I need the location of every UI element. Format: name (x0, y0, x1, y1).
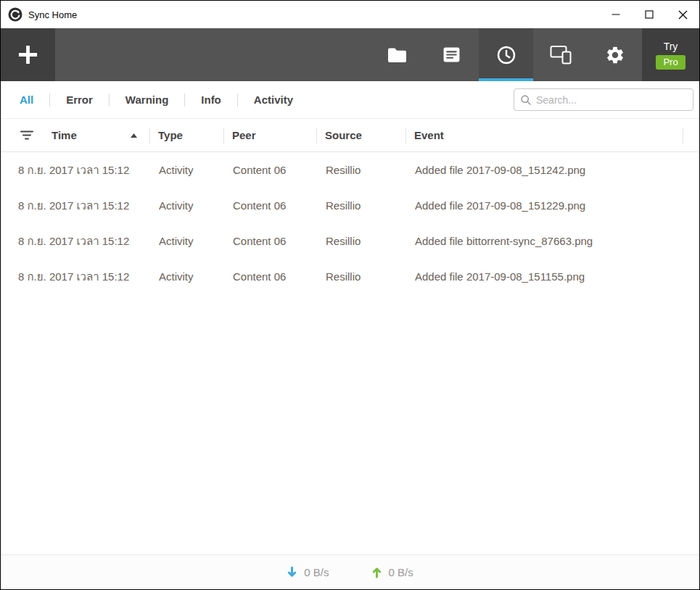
sort-ascending-icon (131, 133, 137, 138)
toolbar-spacer (55, 28, 370, 81)
maximize-icon (645, 10, 654, 19)
folder-icon (387, 47, 407, 63)
status-bar: 0 B/s 0 B/s (1, 554, 699, 589)
cell-peer: Content 06 (223, 235, 316, 247)
minimize-icon (612, 10, 620, 19)
download-arrow-icon (287, 566, 297, 578)
tab-info[interactable]: Info (185, 81, 237, 119)
cell-time: 8 ก.ย. 2017 เวลา 15:12 (1, 197, 149, 215)
column-header-event[interactable]: Event (405, 119, 683, 151)
column-header-source[interactable]: Source (316, 119, 405, 151)
app-window: Sync Home (0, 0, 700, 590)
try-pro-button[interactable]: Try Pro (642, 28, 699, 81)
search-input[interactable] (536, 94, 686, 106)
history-clock-icon (496, 45, 516, 65)
filter-icon (20, 130, 33, 140)
cell-source: Resillio (316, 164, 405, 176)
column-label-event: Event (414, 129, 444, 141)
history-list: 8 ก.ย. 2017 เวลา 15:12 Activity Content … (1, 152, 699, 554)
tab-warning[interactable]: Warning (110, 81, 184, 119)
column-header-type[interactable]: Type (149, 119, 223, 151)
folders-button[interactable] (370, 28, 424, 81)
cell-time: 8 ก.ย. 2017 เวลา 15:12 (1, 268, 149, 286)
filter-funnel-button[interactable] (1, 130, 34, 140)
column-header-time[interactable]: Time (1, 119, 149, 151)
table-row[interactable]: 8 ก.ย. 2017 เวลา 15:12 Activity Content … (1, 223, 699, 259)
pro-badge: Pro (656, 55, 685, 70)
download-speed: 0 B/s (287, 566, 329, 578)
toolbar: Try Pro (1, 28, 699, 81)
title-bar: Sync Home (1, 1, 699, 28)
cell-type: Activity (149, 199, 223, 212)
column-label-type: Type (158, 129, 183, 141)
tab-all[interactable]: All (20, 81, 49, 119)
cell-event: Added file bittorrent-sync_87663.png (405, 235, 683, 247)
cell-type: Activity (149, 164, 223, 176)
close-button[interactable] (666, 1, 699, 28)
gear-icon (605, 45, 625, 65)
cell-peer: Content 06 (223, 164, 316, 176)
cell-source: Resillio (316, 199, 405, 212)
table-row[interactable]: 8 ก.ย. 2017 เวลา 15:12 Activity Content … (1, 188, 699, 223)
cell-peer: Content 06 (223, 270, 316, 283)
window-title: Sync Home (28, 9, 77, 20)
cell-event: Added file 2017-09-08_151229.png (405, 199, 683, 212)
upload-speed: 0 B/s (371, 566, 413, 578)
cell-time: 8 ก.ย. 2017 เวลา 15:12 (1, 233, 149, 250)
filter-bar: All Error Warning Info Activity (1, 81, 699, 119)
column-label-time: Time (34, 129, 77, 141)
plus-icon (17, 44, 38, 65)
devices-button[interactable] (533, 28, 588, 81)
maximize-button[interactable] (633, 1, 666, 28)
cell-event: Added file 2017-09-08_151155.png (405, 270, 683, 283)
cell-type: Activity (149, 270, 223, 283)
cell-type: Activity (149, 235, 223, 247)
cell-source: Resillio (316, 235, 405, 247)
minimize-button[interactable] (599, 1, 633, 28)
close-icon (678, 10, 688, 20)
cell-peer: Content 06 (223, 199, 316, 212)
devices-icon (550, 45, 572, 65)
feed-icon (442, 46, 461, 64)
column-label-peer: Peer (232, 129, 256, 141)
upload-arrow-icon (371, 566, 382, 578)
sync-logo-icon (8, 7, 22, 22)
search-box (514, 88, 693, 111)
history-button[interactable] (479, 28, 533, 81)
table-row[interactable]: 8 ก.ย. 2017 เวลา 15:12 Activity Content … (1, 152, 699, 188)
notifications-button[interactable] (424, 28, 479, 81)
search-icon (521, 95, 531, 105)
cell-source: Resillio (316, 270, 405, 283)
cell-event: Added file 2017-09-08_151242.png (405, 164, 683, 176)
column-label-source: Source (325, 129, 362, 141)
try-pro-label: Try (664, 41, 678, 52)
column-header-peer[interactable]: Peer (223, 119, 316, 151)
settings-button[interactable] (588, 28, 642, 81)
tab-error[interactable]: Error (50, 81, 109, 119)
tab-activity[interactable]: Activity (238, 81, 309, 119)
add-folder-button[interactable] (1, 28, 55, 81)
header-filler (683, 119, 699, 151)
table-row[interactable]: 8 ก.ย. 2017 เวลา 15:12 Activity Content … (1, 259, 699, 294)
upload-speed-value: 0 B/s (389, 566, 413, 578)
table-header: Time Type Peer Source Event (1, 119, 699, 152)
cell-time: 8 ก.ย. 2017 เวลา 15:12 (1, 162, 149, 179)
download-speed-value: 0 B/s (304, 566, 329, 578)
